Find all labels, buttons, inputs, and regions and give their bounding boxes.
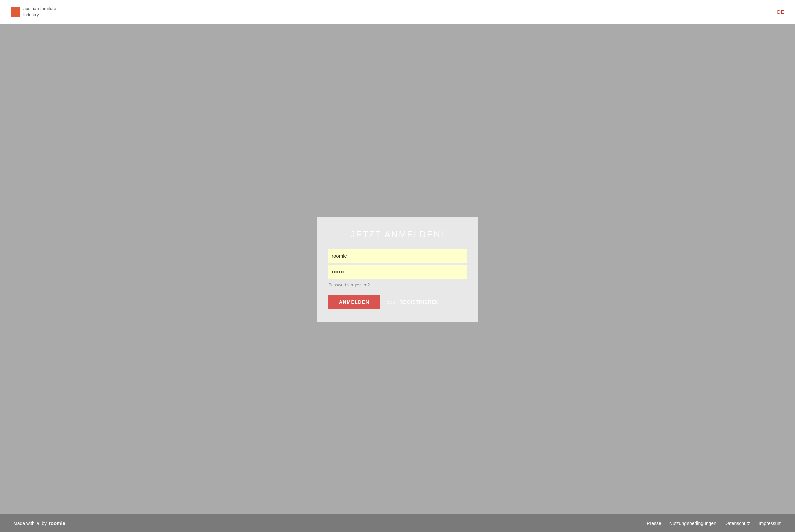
footer-link-nutzungsbedingungen[interactable]: Nutzungsbedingungen: [669, 520, 716, 526]
main-content: JETZT ANMELDEN! Passwort vergessen? ANME…: [0, 24, 795, 514]
username-group: [328, 249, 467, 263]
or-label: oder: [387, 299, 397, 305]
footer-right: Presse Nutzungsbedingungen Datenschutz I…: [647, 520, 782, 526]
footer: Made with ♥ by roomle Presse Nutzungsbed…: [0, 514, 795, 532]
or-register-text: oder REGISTRIEREN: [387, 299, 439, 305]
register-label[interactable]: REGISTRIEREN: [399, 299, 439, 305]
logo-text: austrian furniture industry: [23, 6, 56, 18]
header: austrian furniture industry DE: [0, 0, 795, 24]
password-input[interactable]: [328, 265, 467, 279]
login-button[interactable]: ANMELDEN: [328, 295, 380, 309]
logo-line2: industry: [23, 12, 56, 18]
login-card: JETZT ANMELDEN! Passwort vergessen? ANME…: [317, 217, 478, 322]
logo-area: austrian furniture industry: [11, 6, 56, 18]
language-button[interactable]: DE: [777, 9, 784, 15]
footer-link-impressum[interactable]: Impressum: [759, 520, 782, 526]
by-text: by: [41, 520, 47, 526]
made-with-text: Made with: [13, 520, 35, 526]
username-input[interactable]: [328, 249, 467, 263]
heart-icon: ♥: [37, 520, 39, 526]
footer-left: Made with ♥ by roomle: [13, 520, 65, 526]
footer-link-presse[interactable]: Presse: [647, 520, 662, 526]
logo-line1: austrian furniture: [23, 6, 56, 12]
password-group: [328, 265, 467, 279]
forgot-password-link[interactable]: Passwort vergessen?: [328, 282, 467, 287]
roomle-brand: roomle: [49, 520, 65, 526]
logo-icon: [11, 7, 20, 17]
form-actions: ANMELDEN oder REGISTRIEREN: [328, 295, 467, 309]
login-title: JETZT ANMELDEN!: [328, 229, 467, 240]
footer-link-datenschutz[interactable]: Datenschutz: [724, 520, 751, 526]
